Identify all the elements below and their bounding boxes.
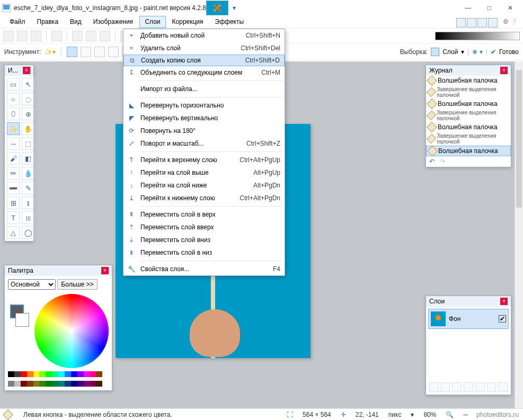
- selmode-add-icon[interactable]: [81, 47, 91, 57]
- menu-item[interactable]: ⤓Перейти к нижнему слоюCtrl+Alt+PgDn: [123, 192, 285, 204]
- palette-swatch[interactable]: [21, 381, 27, 387]
- palette-swatch[interactable]: [90, 371, 96, 377]
- zoom-slider[interactable]: ─: [463, 411, 467, 418]
- tool-button[interactable]: 🖌: [7, 152, 20, 165]
- palette-swatch[interactable]: [65, 371, 71, 377]
- layers-toggle-icon[interactable]: [477, 18, 487, 28]
- tool-button[interactable]: ⫿: [22, 196, 34, 209]
- tool-button[interactable]: ⫼: [22, 211, 34, 224]
- history-item[interactable]: Волшебная палочка: [426, 76, 511, 85]
- secondary-color-swatch[interactable]: [15, 313, 29, 327]
- layer-merge-icon[interactable]: [464, 382, 473, 392]
- palette-swatch[interactable]: [46, 381, 52, 387]
- palette-swatch[interactable]: [8, 371, 14, 377]
- palette-swatch[interactable]: [14, 381, 21, 387]
- layer-props-icon[interactable]: [498, 382, 508, 392]
- layer-down-icon[interactable]: [487, 382, 497, 392]
- thumbnail-tab[interactable]: [206, 1, 228, 15]
- tool-button[interactable]: ⬚: [22, 137, 34, 150]
- palette-swatch[interactable]: [65, 381, 71, 387]
- palette-swatch[interactable]: [27, 371, 33, 377]
- tool-button[interactable]: ▭: [7, 78, 20, 91]
- menu-item[interactable]: ⇣Переместить слой вниз: [123, 234, 285, 246]
- tool-button[interactable]: ⬯: [7, 108, 20, 120]
- selmode-sub-icon[interactable]: [94, 47, 105, 57]
- tool-button[interactable]: ⊕: [22, 108, 34, 120]
- palette-swatch[interactable]: [96, 381, 102, 387]
- maximize-button[interactable]: □: [478, 2, 500, 14]
- tool-button[interactable]: ➖: [7, 182, 20, 194]
- palette-swatch[interactable]: [84, 371, 90, 377]
- palette-swatch[interactable]: [77, 381, 84, 387]
- gear-icon[interactable]: ⚙: [503, 18, 509, 28]
- palette-swatch[interactable]: [46, 371, 52, 377]
- menu-правка[interactable]: Правка: [32, 16, 64, 28]
- layer-up-icon[interactable]: [475, 382, 485, 392]
- vertical-scrollbar[interactable]: [515, 61, 523, 408]
- palette-swatch[interactable]: [52, 371, 58, 377]
- help-icon[interactable]: ❔: [510, 18, 518, 28]
- undo-icon[interactable]: ↶: [429, 158, 435, 165]
- tool-button[interactable]: ○: [7, 93, 20, 105]
- sampling-layer-label[interactable]: Слой: [442, 48, 458, 56]
- menu-item[interactable]: ↑Перейти на слой вышеAlt+PgUp: [123, 166, 285, 179]
- sampling-layer-icon[interactable]: [431, 48, 439, 56]
- tool-button[interactable]: ✨: [7, 122, 20, 135]
- tools-panel-close[interactable]: ×: [23, 67, 30, 74]
- zoom-out-icon[interactable]: 🔍: [446, 411, 454, 418]
- selmode-replace-icon[interactable]: [67, 47, 77, 57]
- thumbnail-more-icon[interactable]: ▾: [233, 4, 236, 12]
- new-file-icon[interactable]: [3, 31, 14, 41]
- menu-item[interactable]: ⤢Поворот и масштаб...Ctrl+Shift+Z: [123, 137, 285, 150]
- close-button[interactable]: ✕: [500, 2, 521, 14]
- palette-swatch[interactable]: [71, 371, 77, 377]
- sampling-dropdown-arrow[interactable]: ▾: [461, 48, 464, 56]
- history-item[interactable]: Волшебная палочка: [426, 99, 511, 109]
- palette-swatch[interactable]: [21, 371, 27, 377]
- palette-swatch[interactable]: [33, 371, 40, 377]
- menu-item[interactable]: ◤Перевернуть вертикально: [123, 112, 285, 124]
- palette-swatch[interactable]: [58, 381, 65, 387]
- palette-swatch[interactable]: [71, 381, 77, 387]
- tool-button[interactable]: ◯: [22, 226, 34, 239]
- history-item[interactable]: Волшебная палочка: [426, 122, 511, 132]
- minimize-button[interactable]: —: [457, 2, 478, 14]
- palette-swatch[interactable]: [58, 371, 65, 377]
- tool-button[interactable]: 💧: [22, 167, 34, 180]
- history-panel-close[interactable]: ×: [500, 67, 508, 74]
- menu-эффекты[interactable]: Эффекты: [210, 16, 250, 28]
- layer-add-icon[interactable]: [429, 382, 439, 392]
- wand-tool-icon[interactable]: ✨▾: [45, 48, 56, 56]
- menu-коррекция[interactable]: Коррекция: [167, 16, 209, 28]
- palette-swatch[interactable]: [52, 381, 58, 387]
- colors-more-button[interactable]: Больше >>: [57, 279, 97, 290]
- menu-item[interactable]: 🔧Свойства слоя...F4: [123, 263, 285, 275]
- history-item[interactable]: Завершение выделения палочкой: [426, 132, 511, 146]
- layer-del-icon[interactable]: [441, 382, 450, 392]
- commit-label[interactable]: Готово: [499, 48, 519, 56]
- wheel-cursor[interactable]: [69, 329, 74, 333]
- layers-panel-close[interactable]: ×: [500, 298, 508, 305]
- palette-swatch[interactable]: [33, 381, 40, 387]
- color-wheel[interactable]: [34, 294, 109, 368]
- tool-button[interactable]: ◧: [22, 152, 34, 165]
- palette-swatch[interactable]: [102, 371, 109, 377]
- tool-button[interactable]: △: [7, 226, 20, 239]
- open-file-icon[interactable]: [17, 31, 28, 41]
- copy-icon[interactable]: [86, 31, 96, 41]
- menu-item[interactable]: Импорт из файла...: [123, 83, 285, 95]
- menu-item[interactable]: ⇟Переместить слой в низ: [123, 246, 285, 259]
- palette-swatch[interactable]: [84, 381, 90, 387]
- palette-swatch[interactable]: [77, 371, 84, 377]
- menu-файл[interactable]: Файл: [4, 16, 31, 28]
- tool-button[interactable]: ↖: [22, 78, 34, 91]
- flood-mode-icon[interactable]: ❀ ▾: [472, 48, 482, 56]
- palette-swatch[interactable]: [39, 381, 46, 387]
- color-mode-select[interactable]: Основной: [8, 279, 56, 290]
- palette-swatch[interactable]: [102, 381, 109, 387]
- tool-button[interactable]: ↔: [7, 137, 20, 150]
- colors-toggle-icon[interactable]: [488, 18, 498, 28]
- tools-toggle-icon[interactable]: [456, 18, 466, 28]
- palette-swatch[interactable]: [96, 371, 102, 377]
- menu-item[interactable]: ⟳Повернуть на 180°: [123, 124, 285, 137]
